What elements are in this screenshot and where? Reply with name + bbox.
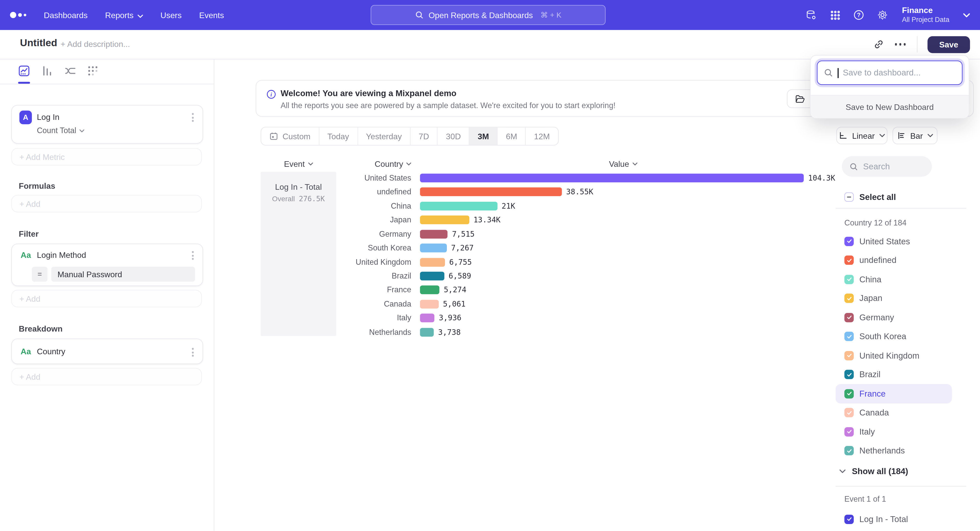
column-header-value[interactable]: Value (598, 159, 648, 169)
more-options-icon[interactable] (894, 41, 907, 48)
legend-row-italy[interactable]: Italy (835, 422, 952, 441)
bar-south-korea[interactable] (420, 244, 447, 252)
event-checkbox-checked[interactable] (845, 514, 854, 524)
add-filter-button[interactable]: + Add (11, 290, 202, 308)
bar-italy[interactable] (420, 314, 434, 322)
bar-germany[interactable] (420, 230, 448, 238)
country-checkbox-checked[interactable] (845, 275, 854, 284)
range-today[interactable]: Today (319, 127, 358, 145)
tab-funnels-icon[interactable] (41, 65, 53, 77)
nav-reports[interactable]: Reports (105, 10, 143, 20)
country-checkbox-checked[interactable] (845, 370, 854, 379)
bar-canada[interactable] (420, 300, 439, 308)
range-30d[interactable]: 30D (438, 127, 469, 145)
project-switcher[interactable]: Finance All Project Data (902, 6, 950, 24)
range-yesterday[interactable]: Yesterday (358, 127, 410, 145)
legend-row-canada[interactable]: Canada (835, 403, 952, 422)
legend-event-row[interactable]: Log In - Total (835, 510, 969, 528)
data-management-icon[interactable] (806, 10, 817, 21)
range-7d[interactable]: 7D (410, 127, 438, 145)
legend-row-united-kingdom[interactable]: United Kingdom (835, 346, 952, 365)
bar-category-label: Netherlands (215, 325, 411, 339)
copy-link-icon[interactable] (873, 39, 883, 49)
legend-row-south-korea[interactable]: South Korea (835, 327, 952, 346)
legend-country-label: Japan (859, 294, 882, 303)
chart-type-selector-bar[interactable]: Bar (892, 127, 937, 144)
scale-selector-linear[interactable]: Linear (836, 127, 888, 144)
add-formula-button[interactable]: + Add (11, 195, 202, 212)
range-12m[interactable]: 12M (526, 127, 558, 145)
legend-search-input[interactable]: Search (842, 156, 932, 177)
country-checkbox-checked[interactable] (845, 294, 854, 303)
range-custom[interactable]: Custom (261, 127, 319, 145)
column-header-country[interactable]: Country (337, 159, 411, 169)
divider (917, 36, 918, 52)
nav-events[interactable]: Events (199, 10, 224, 20)
legend-row-united-states[interactable]: United States (835, 232, 952, 251)
tab-insights-icon[interactable] (18, 65, 30, 77)
metric-card-log-in[interactable]: A Log In Count Total (11, 105, 203, 144)
filter-value-chip[interactable]: Manual Password (51, 267, 195, 282)
select-all-row[interactable]: Select all (835, 188, 969, 206)
help-icon[interactable]: ? (853, 10, 864, 21)
bar-japan[interactable] (420, 216, 469, 224)
tab-retention-icon[interactable] (87, 65, 99, 77)
add-description-field[interactable]: + Add description... (61, 39, 130, 49)
settings-gear-icon[interactable] (877, 10, 888, 21)
country-checkbox-checked[interactable] (845, 255, 854, 265)
country-checkbox-checked[interactable] (845, 408, 854, 417)
bar-france[interactable] (420, 286, 439, 294)
select-all-checkbox-indeterminate[interactable] (845, 192, 854, 201)
save-to-dashboard-input[interactable]: Save to dashboard... (817, 61, 963, 85)
country-checkbox-checked[interactable] (845, 427, 854, 436)
bar-netherlands[interactable] (420, 328, 434, 336)
add-metric-button[interactable]: + Add Metric (11, 148, 202, 165)
range-6m[interactable]: 6M (498, 127, 526, 145)
legend-row-japan[interactable]: Japan (835, 289, 952, 308)
country-checkbox-checked[interactable] (845, 313, 854, 322)
metric-event-name[interactable]: Log In (37, 113, 59, 122)
bar-china[interactable] (420, 202, 497, 211)
country-checkbox-checked[interactable] (845, 237, 854, 246)
tab-flows-icon[interactable] (64, 65, 76, 77)
legend-row-china[interactable]: China (835, 270, 952, 289)
report-title[interactable]: Untitled (20, 38, 57, 49)
chart-row-italy: Italy3,936 (215, 311, 845, 325)
filter-kebab-menu-icon[interactable] (191, 250, 195, 261)
legend-row-brazil[interactable]: Brazil (835, 365, 952, 384)
filter-operator-chip[interactable]: = (32, 267, 48, 282)
country-checkbox-checked[interactable] (845, 446, 854, 455)
range-3m[interactable]: 3M (469, 127, 498, 145)
breakdown-card-country[interactable]: Aa Country (11, 338, 203, 364)
bar-undefined[interactable] (420, 188, 562, 197)
add-breakdown-button[interactable]: + Add (11, 368, 202, 385)
legend-row-germany[interactable]: Germany (835, 308, 952, 327)
filter-property-name[interactable]: Login Method (37, 250, 86, 260)
country-checkbox-checked[interactable] (845, 389, 854, 398)
metric-aggregation-selector[interactable]: Count Total (37, 126, 84, 135)
nav-dashboards[interactable]: Dashboards (44, 10, 88, 20)
apps-grid-icon[interactable] (829, 10, 841, 21)
mixpanel-logo-icon[interactable] (10, 12, 26, 18)
filter-card-login-method[interactable]: Aa Login Method = Manual Password (11, 244, 203, 286)
global-search-placeholder: Open Reports & Dashboards (428, 10, 533, 20)
project-chevron-down-icon[interactable] (963, 13, 970, 17)
legend-row-undefined[interactable]: undefined (835, 251, 952, 270)
save-button[interactable]: Save (928, 36, 970, 53)
global-search-button[interactable]: Open Reports & Dashboards ⌘ + K (371, 5, 606, 25)
bar-category-label: China (215, 199, 411, 213)
country-checkbox-checked[interactable] (845, 332, 854, 341)
nav-users[interactable]: Users (161, 10, 182, 20)
legend-row-france[interactable]: France (835, 384, 952, 403)
bar-united-kingdom[interactable] (420, 258, 445, 266)
breakdown-kebab-menu-icon[interactable] (191, 347, 195, 358)
country-checkbox-checked[interactable] (845, 351, 854, 360)
column-header-event[interactable]: Event (261, 159, 336, 169)
bar-brazil[interactable] (420, 272, 444, 280)
bar-united-states[interactable] (420, 174, 804, 182)
breakdown-property-name[interactable]: Country (37, 347, 65, 356)
save-to-new-dashboard-button[interactable]: Save to New Dashboard (811, 95, 969, 118)
metric-kebab-menu-icon[interactable] (191, 112, 195, 123)
legend-row-netherlands[interactable]: Netherlands (835, 441, 952, 460)
show-all-button[interactable]: Show all (184) (839, 466, 908, 476)
